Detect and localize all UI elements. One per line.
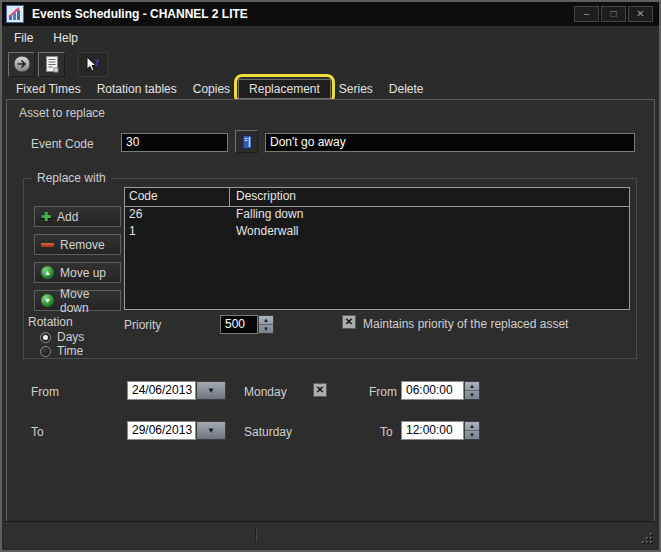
move-up-button[interactable]: ▲ Move up — [34, 262, 121, 283]
spin-up-icon[interactable]: ▲ — [465, 382, 479, 391]
cell-description: Falling down — [230, 207, 629, 224]
to-date-label: To — [31, 425, 44, 439]
arrow-up-icon: ▲ — [41, 266, 54, 279]
report-button[interactable] — [38, 52, 65, 77]
tab-delete[interactable]: Delete — [381, 80, 432, 98]
radio-time-label[interactable]: Time — [57, 344, 83, 358]
tab-replacement-label: Replacement — [249, 82, 320, 96]
report-document-icon — [44, 55, 60, 73]
from-date-picker[interactable]: 24/06/2013▼ — [127, 381, 226, 400]
spin-down-icon[interactable]: ▼ — [465, 431, 479, 439]
window-title: Events Scheduling - CHANNEL 2 LITE — [32, 7, 248, 21]
minimize-button[interactable]: – — [574, 6, 599, 22]
context-help-button[interactable]: ? — [78, 52, 108, 77]
from-time-spinner[interactable]: ▲▼ — [464, 381, 480, 400]
cell-code: 26 — [125, 207, 230, 224]
remove-button[interactable]: Remove — [34, 234, 121, 255]
app-chart-icon — [6, 5, 24, 23]
asset-browse-book-icon — [240, 134, 254, 150]
priority-label: Priority — [124, 318, 161, 332]
spin-down-icon[interactable]: ▼ — [465, 391, 479, 399]
menu-bar: File Help — [2, 28, 80, 48]
go-button[interactable] — [8, 52, 35, 77]
go-icon — [13, 55, 31, 73]
move-down-button-label: Move down — [60, 287, 120, 315]
event-code-label: Event Code — [31, 137, 94, 151]
svg-text:?: ? — [94, 56, 100, 68]
to-time-picker[interactable]: 12:00:00▲▼ — [401, 421, 480, 440]
table-row[interactable]: 26 Falling down — [125, 207, 629, 224]
tab-replacement[interactable]: Replacement — [238, 79, 331, 99]
events-scheduling-window: Events Scheduling - CHANNEL 2 LITE – □ ✕… — [0, 0, 661, 552]
tab-copies[interactable]: Copies — [185, 80, 238, 98]
radio-days[interactable] — [40, 332, 51, 343]
status-bar-divider — [255, 528, 257, 542]
replacement-tab-panel: Asset to replace Event Code 30 Don't go … — [6, 99, 655, 522]
asset-to-replace-label: Asset to replace — [19, 106, 105, 120]
tab-series[interactable]: Series — [331, 80, 381, 98]
to-time-label: To — [380, 425, 393, 439]
minus-icon — [41, 243, 54, 247]
cell-description: Wonderwall — [230, 224, 629, 241]
close-button[interactable]: ✕ — [628, 6, 653, 22]
column-header-description[interactable]: Description — [230, 188, 629, 206]
plus-icon: ✚ — [41, 210, 51, 224]
menu-help[interactable]: Help — [51, 29, 80, 47]
rotation-label: Rotation — [28, 315, 73, 329]
add-button[interactable]: ✚ Add — [34, 206, 121, 227]
replace-with-group: Replace with ✚ Add Remove ▲ Move up ▼ Mo… — [23, 178, 637, 359]
move-down-button[interactable]: ▼ Move down — [34, 290, 121, 311]
arrow-down-icon: ▼ — [41, 294, 54, 307]
to-weekday-label: Saturday — [244, 425, 292, 439]
tab-strip: Fixed Times Rotation tables Copies Repla… — [8, 79, 432, 99]
add-button-label: Add — [57, 210, 78, 224]
from-date-dropdown-button[interactable]: ▼ — [196, 381, 226, 400]
priority-spinner[interactable]: ▲ ▼ — [258, 315, 274, 334]
remove-button-label: Remove — [60, 238, 105, 252]
tab-rotation-tables[interactable]: Rotation tables — [89, 80, 185, 98]
status-bar — [4, 521, 657, 548]
to-date-dropdown-button[interactable]: ▼ — [196, 421, 226, 440]
from-date-value[interactable]: 24/06/2013 — [127, 381, 196, 400]
menu-file[interactable]: File — [12, 29, 35, 47]
help-cursor-icon: ? — [83, 55, 103, 74]
table-row[interactable]: 1 Wonderwall — [125, 224, 629, 241]
from-time-picker[interactable]: 06:00:00▲▼ — [401, 381, 480, 400]
to-time-spinner[interactable]: ▲▼ — [464, 421, 480, 440]
toolbar: ? — [2, 50, 108, 78]
tab-fixed-times[interactable]: Fixed Times — [8, 80, 89, 98]
from-date-label: From — [31, 385, 59, 399]
resize-grip[interactable] — [639, 530, 654, 545]
maintain-priority-label[interactable]: Maintains priority of the replaced asset — [363, 317, 568, 331]
maximize-button[interactable]: □ — [601, 6, 626, 22]
event-code-input[interactable]: 30 — [121, 133, 228, 152]
maintain-priority-checkbox[interactable]: ✕ — [342, 315, 356, 329]
replacement-table[interactable]: Code Description 26 Falling down 1 Wonde… — [124, 187, 630, 310]
browse-asset-button[interactable] — [235, 130, 258, 153]
move-up-button-label: Move up — [60, 266, 106, 280]
spin-down-icon[interactable]: ▼ — [259, 325, 273, 333]
from-day-checkbox[interactable]: ✕ — [313, 383, 327, 397]
priority-input[interactable]: 500 — [220, 315, 258, 334]
radio-time[interactable] — [40, 346, 51, 357]
title-bar[interactable]: Events Scheduling - CHANNEL 2 LITE – □ ✕ — [2, 2, 659, 26]
asset-name-field[interactable]: Don't go away — [265, 133, 635, 152]
from-weekday-label: Monday — [244, 385, 287, 399]
to-date-picker[interactable]: 29/06/2013▼ — [127, 421, 226, 440]
table-header: Code Description — [125, 188, 629, 207]
to-date-value[interactable]: 29/06/2013 — [127, 421, 196, 440]
spin-up-icon[interactable]: ▲ — [259, 316, 273, 325]
from-time-label: From — [369, 385, 397, 399]
to-time-value[interactable]: 12:00:00 — [401, 421, 464, 440]
cell-code: 1 — [125, 224, 230, 241]
replace-with-label: Replace with — [32, 171, 111, 185]
spin-up-icon[interactable]: ▲ — [465, 422, 479, 431]
from-time-value[interactable]: 06:00:00 — [401, 381, 464, 400]
column-header-code[interactable]: Code — [125, 188, 230, 206]
radio-days-label[interactable]: Days — [57, 330, 84, 344]
